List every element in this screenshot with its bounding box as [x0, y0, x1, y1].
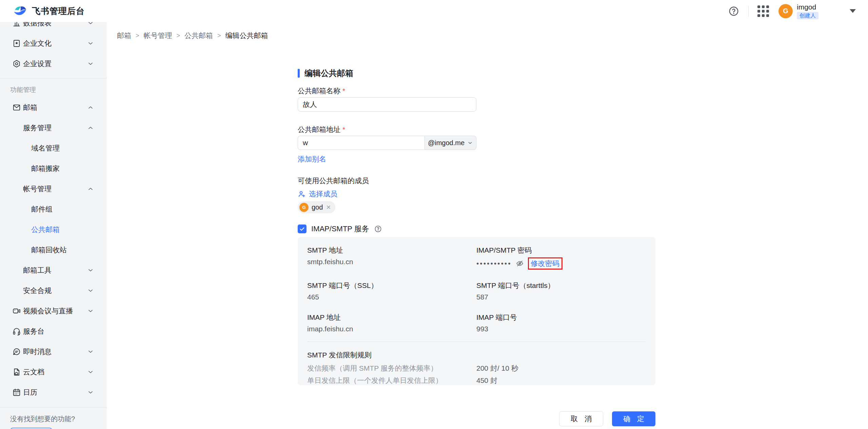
select-members-link[interactable]: 选择成员 — [298, 189, 337, 199]
calendar-icon — [12, 388, 21, 397]
sidebar-item-mailbox-recycle-bin[interactable]: 邮箱回收站 — [0, 240, 107, 260]
chevron-down-icon — [87, 348, 94, 355]
sidebar-item-label: 服务管理 — [0, 123, 52, 133]
sidebar-item-label: 邮箱工具 — [0, 266, 52, 275]
field-label: SMTP 端口号（SSL） — [307, 281, 476, 290]
feishu-admin-console: 飞书管理后台 G imgod 创建人 数据报表企业文化企业设置功能 — [0, 0, 868, 429]
confirm-button[interactable]: 确 定 — [612, 411, 655, 426]
eye-off-icon[interactable] — [516, 259, 524, 268]
help-icon[interactable] — [728, 5, 739, 17]
limit-value-1: 450 封 — [476, 376, 646, 385]
feishu-logo-icon — [13, 4, 27, 18]
sidebar: 数据报表企业文化企业设置功能管理邮箱服务管理域名管理邮箱搬家帐号管理邮件组公共邮… — [0, 22, 107, 429]
sidebar-item-security-compliance[interactable]: 安全合规 — [0, 280, 107, 301]
sidebar-item-label: 云文档 — [0, 367, 44, 377]
required-mark: * — [342, 87, 345, 95]
user-name: imgod — [797, 3, 816, 11]
panel-field-imap-port: IMAP 端口号993 — [476, 313, 646, 333]
sidebar-item-calendar[interactable]: 日历 — [0, 382, 107, 403]
header-divider — [748, 6, 749, 17]
domain-select[interactable]: @imgod.me — [425, 136, 476, 150]
limits-grid: 发信频率（调用 SMTP 服务的整体频率）200 封/ 10 秒单日发信上限（一… — [307, 364, 646, 385]
panel-grid: SMTP 地址smtp.feishu.cnIMAP/SMTP 密码•••••••… — [307, 246, 646, 333]
sidebar-item-cloud-docs[interactable]: 云文档 — [0, 362, 107, 382]
culture-badge-icon — [12, 39, 21, 48]
sidebar-item-mailbox-tools[interactable]: 邮箱工具 — [0, 260, 107, 280]
imap-smtp-service-row: IMAP/SMTP 服务 — [298, 224, 671, 234]
add-alias-link[interactable]: 添加别名 — [298, 154, 326, 164]
mail-icon — [12, 103, 21, 112]
sidebar-item-helpdesk[interactable]: 服务台 — [0, 321, 107, 342]
sidebar-footer-divider — [0, 407, 107, 408]
sidebar-item-label: 企业设置 — [0, 59, 52, 69]
field-value: 465 — [307, 293, 476, 301]
cancel-button[interactable]: 取 消 — [559, 411, 603, 426]
sidebar-footer-question: 没有找到想要的功能? — [10, 414, 107, 424]
help-circle-icon[interactable] — [374, 225, 382, 233]
top-bar: 飞书管理后台 G imgod 创建人 — [0, 0, 868, 22]
member-tag: G god — [298, 201, 335, 213]
user-menu-caret-icon[interactable] — [850, 9, 856, 13]
user-info[interactable]: imgod 创建人 — [797, 3, 818, 19]
breadcrumb-separator: > — [177, 32, 180, 39]
sidebar-item-label: 数据报表 — [0, 22, 52, 28]
members-label: 可使用公共邮箱的成员 — [298, 176, 671, 185]
limit-label-1: 单日发信上限（一个发件人单日发信上限） — [307, 376, 476, 385]
headset-icon — [12, 327, 21, 336]
sidebar-item-instant-messaging[interactable]: 即时消息 — [0, 342, 107, 362]
mailbox-address-row: @imgod.me — [298, 136, 476, 150]
breadcrumb-item-0[interactable]: 邮箱 — [117, 31, 131, 40]
user-role-badge: 创建人 — [797, 12, 818, 19]
panel-divider — [307, 342, 646, 342]
field-value: imap.feishu.cn — [307, 325, 476, 333]
apps-grid-icon[interactable] — [757, 5, 769, 17]
sidebar-item-label: 邮箱搬家 — [0, 164, 60, 173]
sidebar-item-label: 帐号管理 — [0, 184, 52, 194]
sidebar-item-enterprise-settings[interactable]: 企业设置 — [0, 54, 107, 74]
sidebar-item-video-meeting-live[interactable]: 视频会议与直播 — [0, 301, 107, 321]
sidebar-item-mail-group[interactable]: 邮件组 — [0, 199, 107, 219]
imap-smtp-checkbox[interactable] — [298, 225, 307, 233]
chevron-up-icon — [87, 104, 94, 111]
video-camera-icon — [12, 307, 21, 315]
mailbox-name-label: 公共邮箱名称* — [298, 86, 671, 95]
sidebar-section-label: 功能管理 — [0, 82, 107, 97]
change-password-link[interactable]: 修改密码 — [531, 259, 559, 268]
chevron-down-icon — [87, 60, 94, 67]
mailbox-address-input[interactable] — [298, 136, 425, 150]
edit-public-mailbox-form: 编辑公共邮箱 公共邮箱名称* 公共邮箱地址* @imgod.me 添加别名 可使… — [298, 68, 671, 426]
sidebar-item-domain-management[interactable]: 域名管理 — [0, 138, 107, 158]
remove-member-icon[interactable] — [326, 204, 331, 210]
field-label: IMAP/SMTP 密码 — [476, 246, 646, 255]
mailbox-address-label: 公共邮箱地址* — [298, 125, 671, 134]
sidebar-item-corporate-culture[interactable]: 企业文化 — [0, 33, 107, 54]
imap-smtp-label: IMAP/SMTP 服务 — [311, 224, 369, 234]
sidebar-item-label: 企业文化 — [0, 39, 52, 48]
breadcrumb-item-2[interactable]: 公共邮箱 — [184, 31, 213, 40]
mailbox-name-input[interactable] — [298, 97, 476, 112]
sidebar-item-mailbox-migration[interactable]: 邮箱搬家 — [0, 158, 107, 179]
field-label: IMAP 地址 — [307, 313, 476, 322]
sidebar-item-data-report[interactable]: 数据报表 — [0, 22, 107, 33]
panel-field-smtp-port-ssl: SMTP 端口号（SSL）465 — [307, 281, 476, 301]
sidebar-item-mailbox[interactable]: 邮箱 — [0, 97, 107, 118]
sidebar-item-label: 服务台 — [0, 327, 44, 336]
panel-field-smtp-port-starttls: SMTP 端口号（starttls）587 — [476, 281, 646, 301]
settings-gear-icon — [12, 59, 21, 68]
field-value: smtp.feishu.cn — [307, 257, 476, 266]
breadcrumb-item-3: 编辑公共邮箱 — [225, 31, 268, 40]
sidebar-item-public-mailbox[interactable]: 公共邮箱 — [0, 219, 107, 240]
breadcrumb-separator: > — [136, 32, 139, 39]
breadcrumb-item-1[interactable]: 帐号管理 — [144, 31, 172, 40]
chevron-down-icon — [467, 140, 473, 146]
panel-field-imap-address: IMAP 地址imap.feishu.cn — [307, 313, 476, 333]
smtp-limits-title: SMTP 发信限制规则 — [307, 351, 646, 359]
sidebar-item-service-management[interactable]: 服务管理 — [0, 118, 107, 138]
person-add-icon — [298, 190, 306, 198]
imap-smtp-settings-panel: SMTP 地址smtp.feishu.cnIMAP/SMTP 密码•••••••… — [298, 237, 655, 385]
sidebar-item-account-management[interactable]: 帐号管理 — [0, 179, 107, 199]
user-avatar[interactable]: G — [778, 4, 793, 18]
top-bar-right: G imgod 创建人 — [728, 3, 856, 19]
form-actions: 取 消 确 定 — [298, 411, 655, 426]
view-all-features-button[interactable]: 查看全部 — [10, 428, 52, 429]
